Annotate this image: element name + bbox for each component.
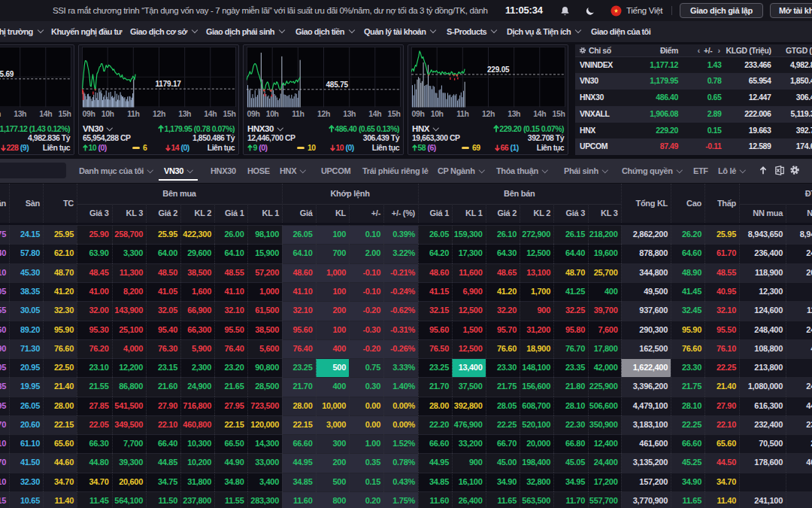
cell-fbuy[interactable]: 616,300	[739, 397, 786, 415]
cell-high[interactable]: 34.90	[671, 473, 704, 491]
cell-mv[interactable]: 1,000	[316, 263, 350, 282]
cell-s3v[interactable]: 42,000	[588, 358, 621, 377]
chart-panel-vnindex[interactable]: 1175.6909h10h11h12h13h14h15hVNINDEX 1,17…	[0, 44, 74, 156]
open-account-button[interactable]: Mở tài khoản	[770, 3, 812, 18]
cell-s1p[interactable]: 32.15	[418, 301, 452, 320]
cell-ceil[interactable]: 27.75	[0, 225, 9, 244]
cell-b3v[interactable]: 39,300	[112, 453, 147, 472]
cell-b1p[interactable]: 95.50	[214, 321, 247, 339]
cell-ceil[interactable]: 37.10	[0, 473, 9, 491]
cell-fsell[interactable]	[786, 282, 812, 301]
cell-tc[interactable]: 62.10	[43, 244, 77, 263]
cell-high[interactable]: 22.25	[671, 415, 704, 434]
cell-s1p[interactable]: 34.85	[418, 473, 452, 491]
cell-b1v[interactable]: 61,500	[247, 301, 283, 320]
cell-s3v[interactable]: 39,700	[588, 301, 621, 320]
menu-item-7[interactable]: S-Products	[447, 21, 496, 42]
cell-b2p[interactable]: 95.40	[146, 321, 180, 339]
cell-ceil[interactable]: 34.55	[0, 301, 9, 320]
cell-b3p[interactable]: 48.45	[77, 263, 112, 282]
tab-ch-ng-quy-n[interactable]: Chứng quyền	[622, 159, 681, 183]
cell-b2v[interactable]: 10,200	[180, 453, 214, 472]
cell-chg[interactable]: 0.15	[349, 473, 383, 491]
tab-tr-i-phi-u-ri-ng-l-[interactable]: Trái phiếu riêng lẻ	[362, 159, 428, 183]
cell-fbuy[interactable]: 248,400	[739, 321, 786, 339]
cell-mv[interactable]: 300	[316, 434, 350, 453]
cell-s1p[interactable]: 22.20	[418, 415, 452, 434]
cell-mv[interactable]: 3,000	[316, 415, 350, 434]
cell-floor[interactable]: 19.95	[9, 377, 43, 396]
cell-high[interactable]: 32.45	[671, 301, 704, 320]
cell-b3v[interactable]: 143,900	[112, 301, 147, 320]
cell-total[interactable]: 290,300	[621, 321, 671, 339]
cell-chg[interactable]: 0.35	[349, 453, 383, 472]
cell-pct[interactable]: 0.39%	[383, 225, 418, 244]
cell-b1v[interactable]: 3,400	[247, 473, 283, 491]
cell-ceil[interactable]: 52.10	[0, 263, 9, 282]
cell-s2p[interactable]: 22.25	[486, 415, 520, 434]
tab-danh-m-c-c-a-t-i[interactable]: Danh mục của tôi	[79, 159, 153, 183]
cell-s1p[interactable]: 48.60	[418, 263, 452, 282]
cell-fsell[interactable]: 248,700	[786, 377, 812, 396]
cell-total[interactable]: 1,622,400	[621, 358, 671, 377]
cell-s2v[interactable]: 520,100	[520, 415, 553, 434]
col-header[interactable]: KL 3	[112, 204, 147, 224]
cell-mp[interactable]: 66.60	[282, 434, 316, 453]
cell-total[interactable]: 937,600	[621, 301, 671, 320]
cell-b1p[interactable]: 11.55	[214, 491, 247, 508]
cell-tc[interactable]: 34.70	[43, 473, 77, 491]
cell-s2v[interactable]: 148,100	[520, 358, 553, 377]
cell-b1v[interactable]: 283,300	[247, 491, 283, 508]
cell-total[interactable]: 461,600	[621, 434, 671, 453]
cell-s1p[interactable]: 21.70	[418, 377, 452, 396]
cell-s3p[interactable]: 45.05	[553, 453, 588, 472]
cell-s1p[interactable]: 95.60	[418, 321, 452, 339]
cell-s2v[interactable]: 32,800	[520, 473, 553, 491]
cell-s2p[interactable]: 21.75	[486, 377, 520, 396]
cell-fsell[interactable]: 235,700	[786, 415, 812, 434]
cell-ceil[interactable]: 70.10	[0, 434, 9, 453]
cell-total[interactable]: 878,800	[621, 244, 671, 263]
cell-pct[interactable]: 3.33%	[383, 358, 418, 377]
cell-ceil[interactable]: 22.85	[0, 377, 9, 396]
cell-s3p[interactable]: 76.70	[553, 339, 588, 358]
news-ticker[interactable]: SSI ra mắt chương trình “Tận dụng vốn va…	[53, 0, 488, 21]
cell-b2v[interactable]: 422,300	[180, 225, 214, 244]
cell-s2p[interactable]: 66.70	[486, 434, 520, 453]
cell-mp[interactable]: 21.70	[282, 377, 316, 396]
cell-pct[interactable]: -0.24%	[383, 282, 418, 301]
cell-s2p[interactable]: 23.30	[486, 358, 520, 377]
cell-s3v[interactable]: 218,200	[588, 225, 621, 244]
cell-mv[interactable]: 100	[316, 321, 350, 339]
stock-row-9[interactable]: 22.8519.9521.4021.5586,80021.6024,90021.…	[0, 377, 812, 396]
col-header[interactable]: Trần	[0, 184, 9, 223]
cell-s3p[interactable]: 34.95	[553, 473, 588, 491]
cell-b3v[interactable]: 25,100	[112, 321, 147, 339]
cell-low[interactable]: 22.10	[704, 415, 739, 434]
cell-b3v[interactable]: 564,100	[112, 491, 147, 508]
cell-b1p[interactable]: 22.15	[214, 415, 247, 434]
cell-s3p[interactable]: 23.35	[553, 358, 588, 377]
cell-mp[interactable]: 41.10	[282, 282, 316, 301]
cell-s1p[interactable]: 44.95	[418, 453, 452, 472]
stock-row-15[interactable]: 12.1510.6511.4011.45564,10011.50237,8001…	[0, 491, 812, 508]
cell-b1v[interactable]: 15,900	[247, 244, 283, 263]
cell-mv[interactable]: 100	[316, 282, 350, 301]
cell-high[interactable]: 11.65	[671, 491, 704, 508]
cell-fbuy[interactable]: 8,943,650	[739, 225, 786, 244]
stock-row-13[interactable]: 47.7041.5044.6044.8039,30044.8510,20044.…	[0, 453, 812, 472]
cell-pct[interactable]: -0.31%	[383, 321, 418, 339]
cell-s2p[interactable]: 95.70	[486, 321, 520, 339]
next-columns-icon[interactable]: ›	[718, 44, 720, 56]
cell-s1v[interactable]: 37,500	[452, 377, 486, 396]
cell-mv[interactable]: 10,000	[316, 397, 350, 415]
cell-fsell[interactable]: 442,900	[786, 397, 812, 415]
cell-s3p[interactable]: 95.80	[553, 321, 588, 339]
cell-b1v[interactable]: 14,300	[247, 434, 283, 453]
col-header[interactable]: KL 2	[520, 204, 553, 224]
tab-upcom[interactable]: UPCOM	[321, 159, 350, 183]
cell-s3p[interactable]: 11.70	[553, 491, 588, 508]
cell-mv[interactable]: 500	[316, 358, 350, 377]
cell-s2p[interactable]: 11.65	[486, 491, 520, 508]
cell-chg[interactable]: 2.00	[349, 244, 383, 263]
